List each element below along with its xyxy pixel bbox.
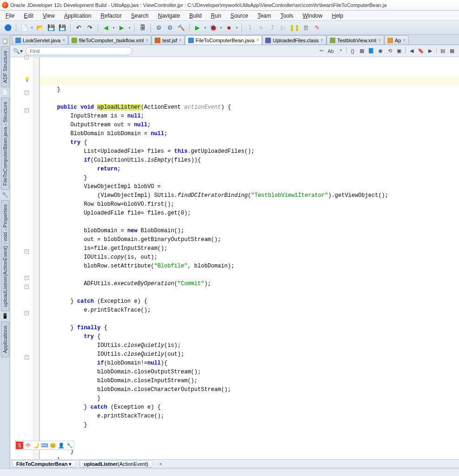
side-icon[interactable]: 📱 xyxy=(2,313,8,320)
fold-toggle-icon[interactable]: − xyxy=(25,249,29,254)
ime-moon-icon[interactable]: 🌙 xyxy=(33,442,40,449)
warning-icon[interactable]: 💡 xyxy=(24,77,30,82)
make-icon[interactable]: 🔨 xyxy=(176,23,186,33)
rebuild-icon[interactable]: ⚙ xyxy=(165,23,175,33)
menu-source[interactable]: Source xyxy=(227,12,252,20)
db-icon[interactable]: 🗄 xyxy=(138,23,148,33)
file-tab[interactable]: FileToComputerBean.java× xyxy=(185,35,262,45)
menu-search[interactable]: Search xyxy=(127,12,152,20)
open-icon[interactable]: 📂 xyxy=(35,23,45,33)
menu-refactor[interactable]: Refactor xyxy=(97,12,125,20)
block-select-icon[interactable]: {} xyxy=(348,47,357,55)
menu-tools[interactable]: Tools xyxy=(277,12,297,20)
run-icon[interactable]: ▶ xyxy=(192,23,203,33)
new-icon[interactable]: 📄 xyxy=(19,23,29,33)
file-tab[interactable]: TestblobView.xml× xyxy=(327,35,384,45)
fold-toggle-icon[interactable]: − xyxy=(25,91,29,95)
find-input[interactable] xyxy=(26,47,132,55)
ime-user-icon[interactable]: 👤 xyxy=(58,442,65,449)
side-tab-properties[interactable]: uploadListner(ActionEvent) : void - Prop… xyxy=(1,200,9,311)
step-into-icon[interactable]: ⤷ xyxy=(256,23,266,33)
menu-help[interactable]: Help xyxy=(328,12,347,20)
fold-toggle-icon[interactable]: − xyxy=(25,285,29,289)
uml-icon[interactable]: ▤ xyxy=(439,47,447,55)
fold-toggle-icon[interactable]: − xyxy=(25,355,29,359)
side-tab-applications[interactable]: Applications xyxy=(1,321,9,357)
step-out-icon[interactable]: ⤴ xyxy=(267,23,277,33)
breakpoint-icon[interactable]: ◉ xyxy=(376,47,385,55)
close-icon[interactable]: × xyxy=(378,38,381,43)
file-tab[interactable]: fileToComputer_taskflow.xml× xyxy=(68,35,151,45)
close-icon[interactable]: × xyxy=(62,38,65,43)
file-tab[interactable]: Ap× xyxy=(384,35,409,45)
fold-toggle-icon[interactable]: − xyxy=(25,108,29,112)
fold-toggle-icon[interactable]: − xyxy=(25,57,29,59)
file-tab[interactable]: test.jsf× xyxy=(151,35,185,45)
fold-toggle-icon[interactable]: − xyxy=(25,276,29,280)
save-icon[interactable]: 💾 xyxy=(46,23,56,33)
regex-icon[interactable]: .* xyxy=(336,47,344,55)
quickdoc-icon[interactable]: 📘 xyxy=(367,47,375,55)
debug-icon[interactable]: 🐞 xyxy=(208,23,218,33)
bookmark-next-icon[interactable]: ▶ xyxy=(426,47,434,55)
menu-build[interactable]: Build xyxy=(185,12,205,20)
pause-icon[interactable]: ❚❚ xyxy=(289,23,300,33)
ime-keyboard-icon[interactable]: ⌨ xyxy=(41,442,48,449)
ime-cn-icon[interactable]: 中 xyxy=(24,442,32,449)
wand-icon[interactable]: ✎ xyxy=(312,23,322,33)
menu-view[interactable]: View xyxy=(39,12,59,20)
whole-word-icon[interactable]: Ab xyxy=(327,47,335,55)
close-icon[interactable]: × xyxy=(256,38,259,43)
back-icon[interactable]: ◀ xyxy=(101,23,111,33)
breadcrumb-more-icon[interactable]: ◂ xyxy=(159,461,162,467)
file-tab[interactable]: UploadedFiles.class× xyxy=(262,35,326,45)
menu-run[interactable]: Run xyxy=(207,12,225,20)
side-tab-adf-structure[interactable]: ADF Structure xyxy=(1,46,9,87)
menu-window[interactable]: Window xyxy=(299,12,327,20)
diagram-icon[interactable]: ▦ xyxy=(448,47,456,55)
code-content[interactable]: } public void uploadListner(ActionEvent … xyxy=(40,57,459,459)
surround-icon[interactable]: ▣ xyxy=(395,47,403,55)
menu-file[interactable]: File xyxy=(2,12,18,20)
resume-icon[interactable]: ▷ xyxy=(278,23,289,33)
side-icon[interactable]: 📋 xyxy=(2,38,8,45)
close-icon[interactable]: × xyxy=(403,38,406,43)
build-icon[interactable]: ⚙ xyxy=(154,23,164,33)
overview-icon[interactable]: ▦ xyxy=(358,47,366,55)
menu-application[interactable]: Application xyxy=(60,12,95,20)
gutter[interactable]: 💡 xyxy=(10,57,33,459)
menu-edit[interactable]: Edit xyxy=(20,12,37,20)
ime-settings-icon[interactable]: 🔧 xyxy=(66,442,73,449)
ime-toolbar[interactable]: S 中 🌙 ⌨ 😊 👤 🔧 xyxy=(15,441,74,450)
file-icon xyxy=(15,38,21,43)
menu-team[interactable]: Team xyxy=(254,12,275,20)
code-editor[interactable]: 💡 − − − − − − − − } public void uploadLi… xyxy=(10,57,459,459)
save-all-icon[interactable]: 💾 xyxy=(57,23,67,33)
redo-icon[interactable]: ↷ xyxy=(85,23,95,33)
search-icon[interactable]: 🔍▾ xyxy=(13,48,23,54)
breadcrumb-method[interactable]: uploadListner(ActionEvent) xyxy=(79,460,152,468)
menu-navigate[interactable]: Navigate xyxy=(154,12,184,20)
fold-toggle-icon[interactable]: − xyxy=(25,311,29,315)
bookmark-prev-icon[interactable]: ◀ xyxy=(407,47,416,55)
side-tab-structure[interactable]: FileToComputerBean.java - Structure xyxy=(1,98,9,190)
application-icon[interactable]: 🔵 xyxy=(3,23,13,33)
fold-gutter[interactable]: − − − − − − − − xyxy=(33,57,40,459)
file-tab[interactable]: LookServlet.java× xyxy=(12,35,68,45)
ime-face-icon[interactable]: 😊 xyxy=(49,442,57,449)
forward-icon[interactable]: ▶ xyxy=(117,23,127,33)
undo-icon[interactable]: ↶ xyxy=(73,23,84,33)
bookmark-icon[interactable]: 🔖 xyxy=(417,47,425,55)
step-over-icon[interactable]: ⤵ xyxy=(245,23,255,33)
stop-icon[interactable]: ■ xyxy=(224,23,234,33)
breadcrumb-class[interactable]: FileToComputerBean ▾ xyxy=(12,460,76,468)
ime-s-icon[interactable]: S xyxy=(16,442,23,449)
side-icon[interactable]: 🔧 xyxy=(2,192,8,198)
side-icon[interactable]: 📄 xyxy=(2,89,8,96)
highlight-icon[interactable]: ✏ xyxy=(317,47,326,55)
close-icon[interactable]: × xyxy=(179,38,182,43)
trash-icon[interactable]: 🗑 xyxy=(301,23,311,33)
close-icon[interactable]: × xyxy=(321,38,323,43)
reformat-icon[interactable]: ⟲ xyxy=(386,47,394,55)
close-icon[interactable]: × xyxy=(146,38,149,43)
